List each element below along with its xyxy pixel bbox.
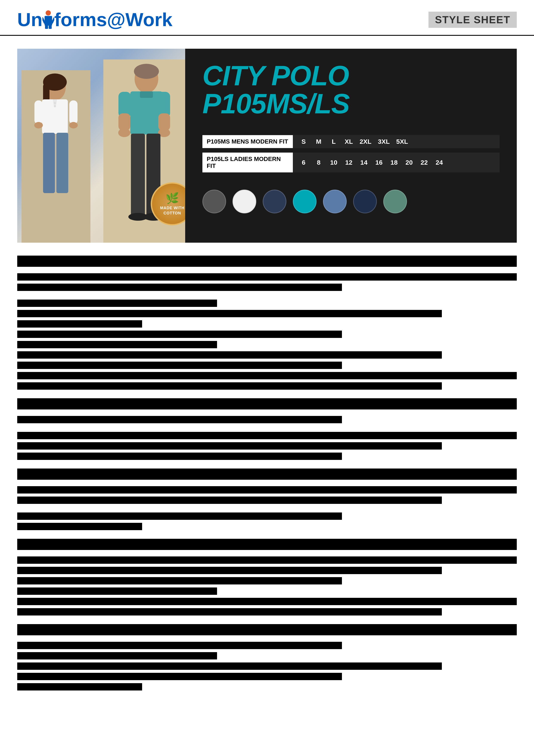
text-line: [17, 382, 442, 390]
section-5-header: [17, 469, 517, 480]
logo: Un forms@Work: [17, 9, 172, 31]
svg-rect-16: [56, 133, 68, 193]
size-10: 10: [329, 159, 338, 166]
svg-point-19: [54, 105, 56, 107]
svg-point-18: [54, 102, 56, 104]
cotton-icon: 🌿: [165, 192, 179, 204]
svg-line-5: [52, 18, 54, 23]
section-8-header: [17, 624, 517, 635]
text-line: [17, 512, 342, 520]
page-header: Un forms@Work STYLE SHEET: [0, 0, 534, 36]
size-l: L: [329, 138, 338, 145]
section-8-body: [17, 642, 517, 690]
text-line: [17, 331, 342, 338]
swatch-steel-blue: [323, 190, 347, 213]
swatch-sage: [383, 190, 407, 213]
svg-rect-2: [45, 25, 48, 29]
text-line: [17, 284, 342, 291]
text-line: [17, 673, 342, 680]
text-line: [17, 372, 517, 379]
text-line: [17, 351, 442, 359]
size-22: 22: [420, 159, 428, 166]
swatch-navy-dark: [263, 190, 286, 213]
svg-rect-15: [43, 133, 55, 193]
text-line: [17, 587, 217, 595]
ladies-size-label: P105LS LADIES MODERN FIT: [202, 152, 293, 173]
svg-line-4: [42, 18, 44, 23]
swatch-teal: [293, 190, 317, 213]
ladies-size-values: 6 8 10 12 14 16 18 20 22 24: [293, 156, 450, 169]
size-2xl: 2XL: [360, 138, 371, 145]
svg-rect-12: [69, 100, 78, 124]
section-1-header: [17, 256, 517, 267]
size-s: S: [299, 138, 308, 145]
text-line: [17, 432, 517, 439]
text-line: [17, 273, 517, 281]
section-1-body: [17, 273, 517, 291]
size-xl: XL: [344, 138, 353, 145]
swatch-charcoal: [202, 190, 226, 213]
style-sheet-label: STYLE SHEET: [428, 12, 517, 28]
section-7-header: [17, 539, 517, 550]
section-3-header: [17, 398, 517, 410]
size-8: 8: [314, 159, 323, 166]
text-line: [17, 652, 217, 660]
product-title: CITY POLO P105MS/LS: [202, 62, 499, 118]
text-line: [17, 577, 342, 584]
text-line: [17, 608, 442, 615]
size-row-mens: P105MS MENS MODERN FIT S M L XL 2XL 3XL …: [202, 135, 499, 148]
text-line: [17, 300, 217, 307]
text-line: [17, 320, 142, 328]
text-line: [17, 642, 342, 649]
woman-figure: [21, 70, 90, 243]
svg-rect-3: [49, 25, 52, 29]
svg-rect-31: [131, 134, 145, 216]
size-14: 14: [360, 159, 368, 166]
size-18: 18: [390, 159, 398, 166]
text-line: [17, 310, 442, 317]
product-info: CITY POLO P105MS/LS P105MS MENS MODERN F…: [185, 49, 517, 243]
text-line: [17, 683, 142, 690]
swatch-dark-navy: [353, 190, 377, 213]
svg-rect-27: [118, 113, 130, 131]
text-line: [17, 523, 142, 530]
section-6: [17, 512, 517, 530]
swatch-white: [233, 190, 256, 213]
text-line: [17, 567, 442, 574]
size-20: 20: [405, 159, 414, 166]
svg-point-0: [46, 10, 51, 15]
section-7-body: [17, 556, 517, 615]
color-swatches: [202, 190, 499, 213]
person-icon: [42, 10, 54, 29]
size-m: M: [314, 138, 323, 145]
svg-point-22: [134, 64, 159, 79]
svg-point-14: [69, 122, 78, 128]
svg-point-13: [34, 122, 43, 128]
section-4: [17, 432, 517, 460]
text-line: [17, 497, 442, 504]
svg-rect-24: [140, 92, 153, 98]
size-16: 16: [375, 159, 383, 166]
svg-rect-28: [158, 113, 170, 131]
section-3-body: [17, 416, 517, 423]
product-image: 🌿 MADE WITH COTTON: [17, 49, 185, 243]
size-table: P105MS MENS MODERN FIT S M L XL 2XL 3XL …: [202, 135, 499, 177]
cotton-badge-text: MADE WITH COTTON: [152, 205, 185, 216]
svg-rect-1: [44, 16, 52, 26]
size-row-ladies: P105LS LADIES MODERN FIT 6 8 10 12 14 16…: [202, 152, 499, 173]
mens-size-label: P105MS MENS MODERN FIT: [202, 135, 293, 148]
content-area: [0, 256, 534, 690]
text-line: [17, 598, 517, 605]
size-6: 6: [299, 159, 308, 166]
size-5xl: 5XL: [396, 138, 408, 145]
size-12: 12: [344, 159, 353, 166]
text-line: [17, 416, 342, 423]
size-3xl: 3XL: [378, 138, 390, 145]
text-line: [17, 662, 442, 670]
text-line: [17, 486, 517, 494]
size-24: 24: [435, 159, 444, 166]
text-line: [17, 442, 442, 449]
svg-rect-11: [35, 100, 43, 124]
text-line: [17, 341, 217, 348]
hero-section: 🌿 MADE WITH COTTON CITY POLO P105MS/LS P…: [17, 49, 517, 243]
